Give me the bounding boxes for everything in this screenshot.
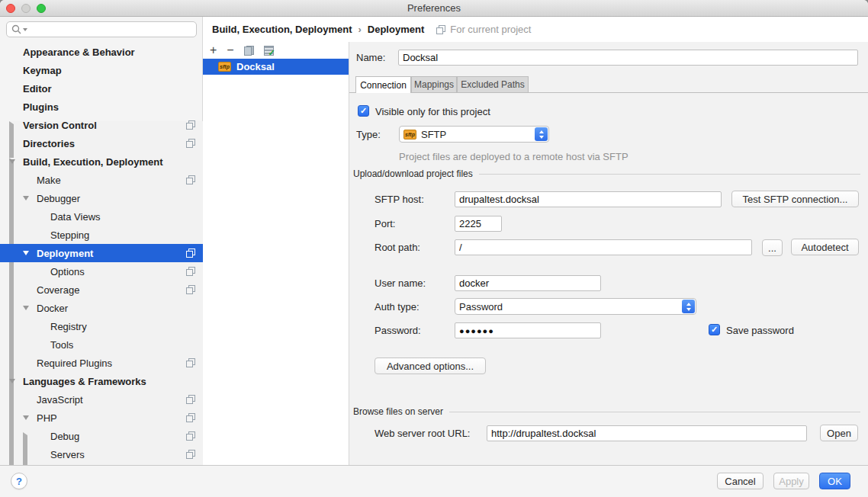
project-scope-icon xyxy=(186,139,195,148)
settings-sidebar: Appearance & BehaviorKeymapEditorPlugins… xyxy=(0,17,203,465)
remove-server-button[interactable]: − xyxy=(227,45,233,56)
use-as-default-server-button[interactable] xyxy=(264,46,274,56)
sidebar-item-data-views[interactable]: Data Views xyxy=(0,207,203,226)
cancel-button[interactable]: Cancel xyxy=(717,473,764,489)
tab-excluded-paths[interactable]: Excluded Paths xyxy=(457,76,529,93)
sidebar-item-appearance-behavior[interactable]: Appearance & Behavior xyxy=(0,43,203,61)
collapse-arrow-icon[interactable] xyxy=(23,196,29,200)
breadcrumb-section[interactable]: Build, Execution, Deployment xyxy=(212,24,352,35)
for-current-project-label: For current project xyxy=(450,24,531,35)
sidebar-item-php[interactable]: PHP xyxy=(0,409,203,427)
sftp-host-input[interactable] xyxy=(455,191,722,207)
preferences-window: Preferences Appearance & BehaviorKeymapE… xyxy=(0,0,868,497)
auth-type-select[interactable]: Password xyxy=(455,298,696,315)
checkmark-icon: ✓ xyxy=(360,107,367,115)
server-list-panel: + − sftp Docksal xyxy=(203,42,349,467)
browse-section-title: Browse files on server xyxy=(353,406,443,417)
tab-mappings[interactable]: Mappings xyxy=(411,76,457,93)
collapse-arrow-icon[interactable] xyxy=(23,415,29,420)
sidebar-item-label: Languages & Frameworks xyxy=(23,376,146,387)
sidebar-item-label: Deployment xyxy=(37,248,93,259)
sidebar-item-plugins[interactable]: Plugins xyxy=(0,98,203,116)
root-path-label: Root path: xyxy=(375,242,420,253)
sidebar-item-label: Tools xyxy=(50,339,73,351)
project-scope-icon xyxy=(186,248,195,258)
auth-type-label: Auth type: xyxy=(375,301,420,313)
dropdown-stepper-icon xyxy=(535,127,548,141)
port-input[interactable] xyxy=(455,216,502,232)
sidebar-item-build-execution-deployment[interactable]: Build, Execution, Deployment xyxy=(0,152,203,171)
sidebar-item-version-control[interactable]: Version Control xyxy=(0,116,203,134)
sidebar-item-debugger[interactable]: Debugger xyxy=(0,189,203,207)
search-options-caret-icon[interactable] xyxy=(23,28,27,31)
sidebar-item-label: Build, Execution, Deployment xyxy=(23,156,162,168)
autodetect-button[interactable]: Autodetect xyxy=(791,239,859,255)
sidebar-item-languages-frameworks[interactable]: Languages & Frameworks xyxy=(0,372,203,390)
sidebar-item-editor[interactable]: Editor xyxy=(0,79,203,98)
web-root-input[interactable] xyxy=(487,425,807,441)
sidebar-item-make[interactable]: Make xyxy=(0,171,203,189)
name-label: Name: xyxy=(356,52,385,63)
tab-connection[interactable]: Connection xyxy=(355,76,411,93)
advanced-options-button[interactable]: Advanced options... xyxy=(375,358,486,374)
password-input[interactable] xyxy=(455,322,601,338)
password-label: Password: xyxy=(375,325,421,336)
sidebar-item-docker[interactable]: Docker xyxy=(0,299,203,317)
sidebar-item-label: Appearance & Behavior xyxy=(23,46,135,58)
sidebar-item-options[interactable]: Options xyxy=(0,262,203,281)
settings-search-input[interactable] xyxy=(29,24,191,35)
sidebar-item-label: Coverage xyxy=(37,284,79,296)
sidebar-item-servers[interactable]: Servers xyxy=(0,445,203,463)
breadcrumb-page: Deployment xyxy=(368,24,424,35)
sidebar-item-label: JavaScript xyxy=(37,394,83,406)
name-input[interactable] xyxy=(398,50,858,66)
collapse-arrow-icon[interactable] xyxy=(9,159,15,164)
sidebar-item-registry[interactable]: Registry xyxy=(0,317,203,335)
section-divider-line xyxy=(449,412,860,412)
auth-type-selected-value: Password xyxy=(459,301,503,313)
titlebar: Preferences xyxy=(0,0,868,17)
test-sftp-connection-button[interactable]: Test SFTP connection... xyxy=(731,191,859,207)
project-scope-icon xyxy=(186,431,195,441)
settings-search-box[interactable] xyxy=(6,21,197,37)
sidebar-item-keymap[interactable]: Keymap xyxy=(0,61,203,79)
project-scope-icon xyxy=(436,25,445,34)
duplicate-server-button[interactable] xyxy=(244,46,254,56)
open-url-button[interactable]: Open xyxy=(820,425,858,441)
project-scope-icon xyxy=(186,395,195,404)
collapse-arrow-icon[interactable] xyxy=(9,379,15,383)
sidebar-item-debug[interactable]: Debug xyxy=(0,427,203,445)
server-item-docksal[interactable]: sftp Docksal xyxy=(203,59,349,75)
window-title: Preferences xyxy=(0,2,868,14)
save-password-label: Save password xyxy=(726,325,794,336)
root-path-input[interactable] xyxy=(455,239,752,255)
sidebar-item-coverage[interactable]: Coverage xyxy=(0,281,203,299)
visible-only-checkbox[interactable]: ✓ xyxy=(358,105,369,117)
sidebar-item-directories[interactable]: Directories xyxy=(0,134,203,152)
apply-button[interactable]: Apply xyxy=(773,473,809,489)
server-list-toolbar: + − xyxy=(203,42,349,59)
web-root-label: Web server root URL: xyxy=(375,428,470,439)
sidebar-item-tools[interactable]: Tools xyxy=(0,335,203,354)
sidebar-item-label: Version Control xyxy=(23,120,97,131)
ok-button[interactable]: OK xyxy=(819,473,850,489)
sidebar-item-stepping[interactable]: Stepping xyxy=(0,226,203,244)
sidebar-item-label: Debugger xyxy=(37,193,80,204)
for-current-project-toggle[interactable]: For current project xyxy=(436,24,531,35)
save-password-checkbox[interactable]: ✓ xyxy=(709,324,720,335)
collapse-arrow-icon[interactable] xyxy=(23,251,29,255)
upload-section-title: Upload/download project files xyxy=(353,168,473,179)
sidebar-item-required-plugins[interactable]: Required Plugins xyxy=(0,354,203,372)
sidebar-item-label: Registry xyxy=(50,321,87,332)
sidebar-item-label: PHP xyxy=(37,412,57,424)
project-scope-icon xyxy=(186,450,195,459)
sidebar-item-javascript[interactable]: JavaScript xyxy=(0,390,203,409)
collapse-arrow-icon[interactable] xyxy=(23,306,29,310)
help-button[interactable]: ? xyxy=(11,473,27,489)
add-server-button[interactable]: + xyxy=(210,45,217,56)
sidebar-item-deployment[interactable]: Deployment xyxy=(0,244,203,262)
sftp-icon: sftp xyxy=(403,130,416,139)
browse-root-path-button[interactable]: ... xyxy=(762,239,783,256)
type-select[interactable]: sftp SFTP xyxy=(399,126,549,143)
user-name-input[interactable] xyxy=(455,275,601,291)
